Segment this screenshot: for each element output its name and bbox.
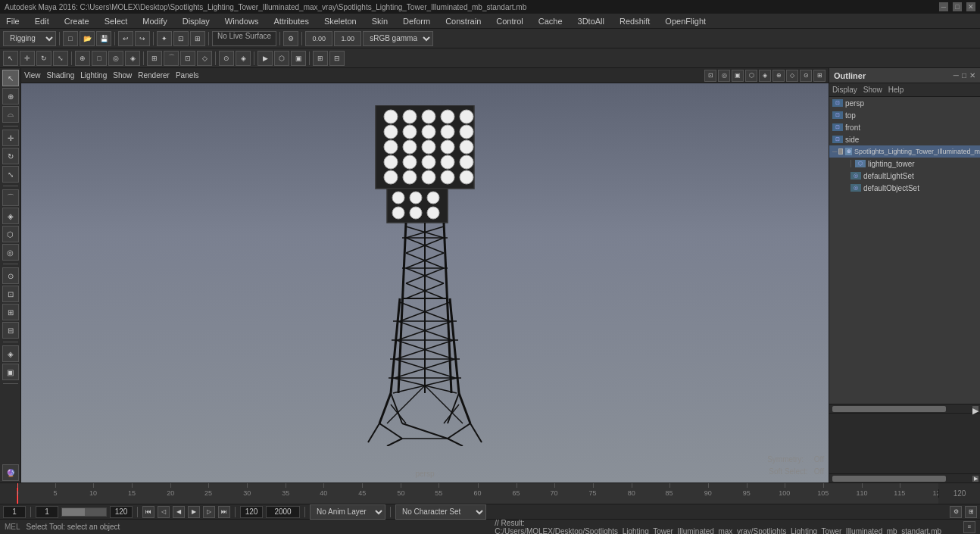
status-script-editor[interactable]: ≡ [963,521,975,533]
menu-attributes[interactable]: Attributes [270,17,311,26]
vp-icon-8[interactable]: ⊙ [800,70,812,82]
sculpt-button[interactable]: ◎ [108,51,123,66]
lasso-select-lt[interactable]: ⌓ [2,106,19,123]
poly-lt[interactable]: ⬡ [2,226,19,242]
menu-deform[interactable]: Deform [400,17,433,26]
step-forward-button[interactable]: ▷ [203,506,215,518]
render-button[interactable]: ▶ [257,51,273,66]
move-lt[interactable]: ✛ [2,130,19,146]
menu-cache[interactable]: Cache [535,17,566,26]
outliner-minimize[interactable]: ─ [953,71,959,80]
new-scene-button[interactable]: □ [63,31,78,46]
redo-button[interactable]: ↪ [135,31,150,46]
render-settings-button[interactable]: ⚙ [283,31,298,46]
anim-prefs-button[interactable]: ⊞ [965,506,977,518]
vp-menu-show[interactable]: Show [113,71,132,80]
vp-icon-grid[interactable]: ⊞ [813,70,826,82]
rotate-lt[interactable]: ↻ [2,148,19,164]
mode-dropdown[interactable]: Rigging [3,31,56,46]
step-back-button[interactable]: ◁ [158,506,170,518]
render-region-button[interactable]: ▣ [291,51,306,66]
outliner-item-default-object-set[interactable]: ◎ defaultObjectSet [829,182,980,194]
move-button[interactable]: ✛ [20,51,35,66]
vp-icon-1[interactable]: ⊡ [704,70,716,82]
vp-icon-6[interactable]: ⊕ [772,70,785,82]
outliner-item-side[interactable]: ⊡ side [829,133,980,145]
save-scene-button[interactable]: 💾 [96,31,111,46]
menu-openflight[interactable]: OpenFlight [662,17,709,26]
vp-icon-3[interactable]: ▣ [732,70,744,82]
menu-windows[interactable]: Windows [222,17,262,26]
timeline-ruler[interactable]: 0 5 10 15 20 25 30 35 40 45 50 55 60 65 … [17,483,938,504]
select-tool-lt[interactable]: ↖ [2,70,19,86]
vp-menu-view[interactable]: View [24,71,41,80]
vp-icon-4[interactable]: ⬡ [745,70,757,82]
scale-button[interactable]: ⤡ [53,51,68,66]
soft-select-button[interactable]: ⊕ [75,51,90,66]
open-scene-button[interactable]: 📂 [80,31,95,46]
go-to-start-button[interactable]: ⏮ [142,506,154,518]
menu-constrain[interactable]: Constrain [442,17,484,26]
menu-skeleton[interactable]: Skeleton [321,17,360,26]
undo-button[interactable]: ↩ [118,31,133,46]
rotate-button[interactable]: ↻ [36,51,51,66]
snap-point-button[interactable]: ⊡ [180,51,195,66]
outliner-close[interactable]: ✕ [969,71,975,80]
bind-lt[interactable]: ⊟ [2,322,19,339]
lasso-tool-button[interactable]: ⊡ [173,31,189,46]
outliner-menu-help[interactable]: Help [888,86,904,94]
max-frame-input[interactable] [266,506,300,518]
vp-menu-shading[interactable]: Shading [47,71,75,80]
snap-surface-button[interactable]: ◇ [197,51,212,66]
playback-range-slider[interactable] [61,507,107,517]
layout-button[interactable]: ⊟ [329,51,345,66]
outliner-menu-show[interactable]: Show [863,86,882,94]
vp-icon-2[interactable]: ◎ [718,70,730,82]
scale-lt[interactable]: ⤡ [2,166,19,183]
cluster-lt[interactable]: ⊙ [2,267,19,284]
select-tool-button[interactable]: ✦ [157,31,172,46]
anim-layer-dropdown[interactable]: No Anim Layer [310,504,385,520]
range-thumb[interactable] [62,508,85,516]
spotlights-collapse-icon[interactable] [838,148,843,155]
outliner-item-default-light-set[interactable]: ◎ defaultLightSet [829,170,980,182]
outliner-item-lighting-tower[interactable]: ⬡ lighting_tower [829,158,980,170]
scrollbar-thumb[interactable] [832,406,946,412]
show-ui-button[interactable]: ⊞ [313,51,328,66]
quick-select-button[interactable]: ◈ [236,51,251,66]
viewport[interactable]: View Shading Lighting Show Renderer Pane… [21,68,829,482]
gamma-dropdown[interactable]: sRGB gamma [363,31,433,46]
component-button[interactable]: □ [92,51,107,66]
show-hide-lt[interactable]: ◈ [2,345,19,362]
vp-menu-renderer[interactable]: Renderer [138,71,170,80]
outliner-bottom-thumb[interactable] [832,476,946,482]
joint-lt[interactable]: ⊡ [2,286,19,302]
outliner-menu-display[interactable]: Display [832,86,857,94]
menu-3dtoall[interactable]: 3DtoAll [575,17,607,26]
menu-file[interactable]: File [3,17,23,26]
menu-control[interactable]: Control [493,17,526,26]
render-lt[interactable]: ▣ [2,364,19,380]
outliner-item-persp[interactable]: ⊡ persp [829,97,980,109]
vp-menu-lighting[interactable]: Lighting [80,71,107,80]
outliner-bottom-scroll[interactable]: ▶ [829,473,980,482]
menu-display[interactable]: Display [179,17,213,26]
snap-grid-button[interactable]: ⊞ [147,51,162,66]
ik-lt[interactable]: ⊞ [2,304,19,320]
menu-redshift[interactable]: Redshift [616,17,653,26]
menu-edit[interactable]: Edit [32,17,52,26]
minimize-button[interactable]: ─ [939,2,948,11]
menu-modify[interactable]: Modify [139,17,170,26]
character-set-dropdown[interactable]: No Character Set [395,504,486,520]
current-frame-input[interactable] [3,506,26,518]
menu-create[interactable]: Create [61,17,92,26]
paint-weights-button[interactable]: ◈ [125,51,140,66]
outliner-item-spotlights[interactable]: ─ ⊕ Spotlights_Lighting_Tower_Illuminate… [829,145,980,158]
outliner-item-top[interactable]: ⊡ top [829,109,980,121]
play-back-button[interactable]: ◀ [173,506,185,518]
outliner-item-front[interactable]: ⊡ front [829,121,980,133]
no-live-surface-button[interactable]: No Live Surface [212,31,276,46]
preferences-button[interactable]: ⚙ [950,506,962,518]
go-to-end-button[interactable]: ⏭ [218,506,230,518]
outliner-horizontal-scrollbar[interactable]: ▶ [829,404,980,413]
